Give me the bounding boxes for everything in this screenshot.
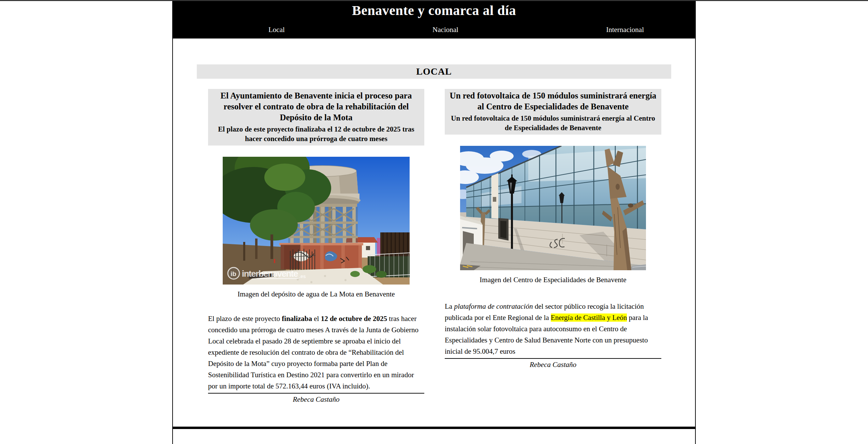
nav-item-internacional[interactable]: Internacional (606, 26, 644, 34)
section-divider (173, 427, 695, 429)
article-title: El Ayuntamiento de Benavente inicia el p… (210, 90, 422, 123)
nav-item-nacional[interactable]: Nacional (432, 26, 458, 34)
section-header-local: LOCAL (197, 64, 671, 79)
svg-text:.es: .es (299, 274, 306, 279)
section-title: LOCAL (416, 66, 452, 77)
main-nav: Local Nacional Internacional (173, 26, 695, 34)
photo-caption: Imagen del depósito de agua de La Mota e… (208, 290, 424, 298)
article-subtitle: El plazo de este proyecto finalizaba el … (210, 124, 422, 143)
article-figure: Imagen del Centro de Especialidades de B… (445, 146, 661, 284)
article-figure: ib interbenavente .es Imagen del depósit… (208, 157, 424, 298)
article-headline-block: Un red fotovoltaica de 150 módulos sumin… (445, 89, 661, 135)
nav-item-local[interactable]: Local (268, 26, 285, 34)
article-author: Rebeca Castaño (208, 395, 424, 404)
svg-text:ib: ib (231, 270, 236, 277)
article-deposito-mota: El Ayuntamiento de Benavente inicia el p… (208, 89, 424, 404)
article-headline-block: El Ayuntamiento de Benavente inicia el p… (208, 89, 424, 146)
article-body: El plazo de este proyecto finalizaba el … (208, 313, 424, 394)
water-tower-photo-illustration: ib interbenavente .es (223, 157, 410, 285)
site-title: Benavente y comarca al día (173, 3, 695, 18)
health-center-photo-illustration (460, 146, 646, 270)
page-container: Benavente y comarca al día Local Naciona… (172, 1, 696, 444)
article-body: La plataforma de contratación del sector… (445, 301, 661, 359)
articles-row: El Ayuntamiento de Benavente inicia el p… (173, 79, 695, 404)
photo-water-tower: ib interbenavente .es (223, 157, 410, 285)
masthead: Benavente y comarca al día Local Naciona… (173, 1, 695, 39)
photo-caption: Imagen del Centro de Especialidades de B… (445, 276, 661, 284)
article-subtitle: Un red fotovoltaica de 150 módulos sumin… (447, 113, 659, 133)
svg-text:interbenavente: interbenavente (242, 269, 298, 279)
article-author: Rebeca Castaño (445, 361, 661, 369)
article-centro-especialidades: Un red fotovoltaica de 150 módulos sumin… (445, 89, 661, 404)
photo-health-center (460, 146, 646, 270)
article-title: Un red fotovoltaica de 150 módulos sumin… (447, 90, 659, 112)
